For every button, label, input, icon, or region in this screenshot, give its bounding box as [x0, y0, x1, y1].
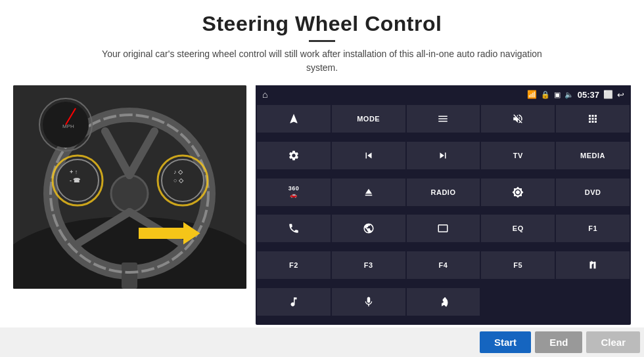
page: Steering Wheel Control Your original car… — [0, 0, 644, 357]
bt-icon: 🔈 — [564, 91, 574, 99]
bottom-action-row: Start End Clear — [0, 327, 644, 357]
btn-eq[interactable]: EQ — [481, 215, 555, 242]
sim-icon: ▣ — [554, 91, 561, 99]
svg-rect-3 — [122, 262, 137, 289]
back-icon: ↩ — [617, 90, 624, 100]
btn-mic[interactable] — [332, 288, 405, 316]
svg-text:○  ◇: ○ ◇ — [173, 177, 184, 184]
btn-screen-mirror[interactable] — [407, 215, 480, 242]
header-description: Your original car's steering wheel contr… — [99, 47, 545, 75]
header: Steering Wheel Control Your original car… — [0, 0, 644, 79]
lock-icon: 🔒 — [541, 91, 550, 99]
btn-music[interactable] — [257, 288, 331, 316]
status-left: ⌂ — [262, 89, 267, 100]
btn-media[interactable]: MEDIA — [556, 142, 630, 169]
svg-text:♪  ◇: ♪ ◇ — [173, 169, 183, 175]
btn-f2[interactable]: F2 — [257, 251, 331, 279]
page-title: Steering Wheel Control — [0, 12, 644, 36]
header-divider — [309, 40, 335, 42]
svg-text:-  ☎: - ☎ — [70, 177, 81, 184]
btn-tv[interactable]: TV — [481, 142, 555, 169]
status-bar: ⌂ 📶 🔒 ▣ 🔈 05:37 ⬜ ↩ — [256, 85, 631, 104]
btn-f5[interactable]: F5 — [481, 251, 555, 279]
btn-eject[interactable] — [332, 178, 405, 206]
svg-text:MPH: MPH — [62, 123, 74, 129]
svg-point-4 — [111, 175, 148, 212]
button-grid: MODE — [256, 104, 631, 325]
svg-text:+  ↑: + ↑ — [70, 169, 78, 175]
btn-list[interactable] — [407, 105, 480, 133]
btn-360cam[interactable]: 360🚗 — [257, 178, 331, 206]
home-icon: ⌂ — [262, 89, 267, 100]
btn-mode[interactable]: MODE — [332, 105, 405, 133]
btn-f1[interactable]: F1 — [556, 215, 630, 242]
content-area: + ↑ - ☎ ♪ ◇ ○ ◇ MPH — [0, 79, 644, 325]
btn-f3[interactable]: F3 — [332, 251, 405, 279]
btn-hangup[interactable] — [407, 288, 480, 316]
control-panel: ⌂ 📶 🔒 ▣ 🔈 05:37 ⬜ ↩ M — [256, 85, 631, 325]
btn-settings[interactable] — [257, 142, 331, 169]
btn-navigate[interactable] — [257, 105, 331, 133]
btn-f4[interactable]: F4 — [407, 251, 480, 279]
status-time: 05:37 — [578, 90, 599, 100]
end-button[interactable]: End — [535, 331, 582, 353]
btn-brightness[interactable] — [481, 178, 555, 206]
btn-radio[interactable]: RADIO — [407, 178, 480, 206]
clear-button[interactable]: Clear — [586, 331, 640, 353]
btn-phone[interactable] — [257, 215, 331, 242]
car-image: + ↑ - ☎ ♪ ◇ ○ ◇ MPH — [13, 85, 246, 289]
btn-dvd[interactable]: DVD — [556, 178, 630, 206]
btn-playpause[interactable] — [556, 251, 630, 279]
btn-browse[interactable] — [332, 215, 405, 242]
btn-apps[interactable] — [556, 105, 630, 133]
start-button[interactable]: Start — [480, 331, 531, 353]
btn-next[interactable] — [407, 142, 480, 169]
screen-icon: ⬜ — [603, 90, 613, 99]
btn-mute[interactable] — [481, 105, 555, 133]
btn-prev[interactable] — [332, 142, 405, 169]
status-right: 📶 🔒 ▣ 🔈 05:37 ⬜ ↩ — [527, 90, 624, 100]
wifi-icon: 📶 — [527, 90, 537, 99]
